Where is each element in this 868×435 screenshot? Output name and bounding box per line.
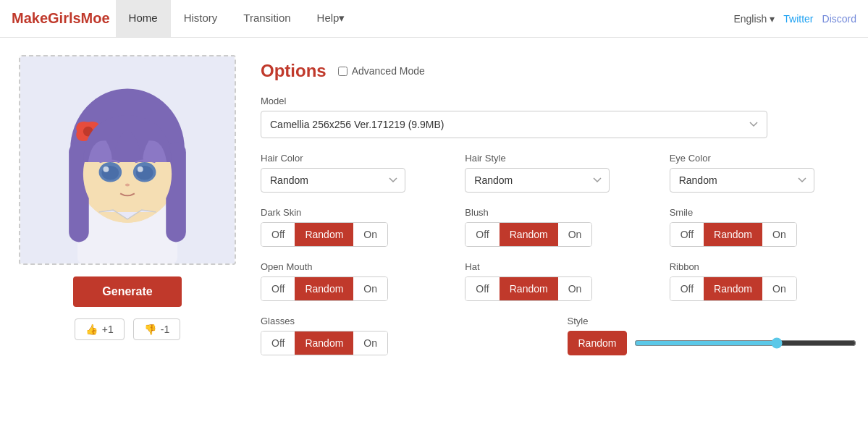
svg-point-15 xyxy=(103,166,109,172)
hair-style-field: Hair Style Random xyxy=(465,153,652,193)
dark-skin-label: Dark Skin xyxy=(261,207,447,218)
smile-off-btn[interactable]: Off xyxy=(670,223,704,246)
model-field: Model Camellia 256x256 Ver.171219 (9.9MB… xyxy=(261,96,856,138)
ribbon-off-btn[interactable]: Off xyxy=(670,277,704,300)
smile-toggle: Off Random On xyxy=(670,222,797,247)
glasses-toggle: Off Random On xyxy=(261,331,388,355)
dark-skin-random-btn[interactable]: Random xyxy=(295,223,353,246)
hair-style-dropdown-wrap: Random xyxy=(465,168,610,193)
style-row: Random xyxy=(568,331,857,355)
blush-random-btn[interactable]: Random xyxy=(500,223,558,246)
style-random-btn[interactable]: Random xyxy=(568,331,628,355)
language-selector[interactable]: English ▾ xyxy=(733,13,775,25)
dark-skin-on-btn[interactable]: On xyxy=(353,223,387,246)
hair-style-select[interactable]: Random xyxy=(465,168,610,193)
option-grid-top: Hair Color Random Hair Style Random Ey xyxy=(261,153,856,301)
blush-toggle: Off Random On xyxy=(465,222,592,247)
thumbs-down-label: -1 xyxy=(161,324,169,335)
model-select[interactable]: Camellia 256x256 Ver.171219 (9.9MB) xyxy=(261,111,767,138)
thumbs-up-icon: 👍 xyxy=(85,324,98,335)
hat-random-btn[interactable]: Random xyxy=(500,277,558,300)
generate-button[interactable]: Generate xyxy=(73,276,181,307)
tab-transition[interactable]: Transition xyxy=(230,0,303,37)
hat-field: Hat Off Random On xyxy=(465,261,652,301)
anime-image xyxy=(20,56,235,263)
style-slider[interactable] xyxy=(634,337,856,349)
eye-color-dropdown-wrap: Random xyxy=(670,168,814,193)
smile-label: Smile xyxy=(670,207,856,218)
language-label: English xyxy=(733,13,767,25)
image-preview xyxy=(19,55,236,265)
thumbs-down-icon: 👎 xyxy=(144,324,156,335)
ribbon-field: Ribbon Off Random On xyxy=(670,261,856,301)
nav-tabs: Home History Transition Help ▾ xyxy=(116,0,358,37)
dark-skin-field: Dark Skin Off Random On xyxy=(261,207,447,247)
twitter-link[interactable]: Twitter xyxy=(783,13,813,25)
glasses-off-btn[interactable]: Off xyxy=(261,331,295,355)
eye-color-select[interactable]: Random xyxy=(670,168,814,193)
hat-off-btn[interactable]: Off xyxy=(465,277,499,300)
navbar: MakeGirlsMoe Home History Transition Hel… xyxy=(0,0,868,38)
style-label: Style xyxy=(568,316,857,326)
right-panel: Options Advanced Mode Model Camellia 256… xyxy=(261,55,856,361)
chevron-down-icon: ▾ xyxy=(339,12,345,25)
tab-home[interactable]: Home xyxy=(116,0,171,37)
tab-help[interactable]: Help ▾ xyxy=(304,0,358,37)
smile-random-btn[interactable]: Random xyxy=(704,223,762,246)
options-header: Options Advanced Mode xyxy=(261,61,856,81)
svg-point-16 xyxy=(138,166,143,172)
open-mouth-toggle: Off Random On xyxy=(261,276,388,301)
blush-field: Blush Off Random On xyxy=(465,207,652,247)
open-mouth-on-btn[interactable]: On xyxy=(353,277,387,300)
brand-logo: MakeGirlsMoe xyxy=(12,10,110,27)
smile-field: Smile Off Random On xyxy=(670,207,856,247)
advanced-mode-checkbox[interactable] xyxy=(338,67,347,76)
hair-color-dropdown-wrap: Random xyxy=(261,168,405,193)
open-mouth-field: Open Mouth Off Random On xyxy=(261,261,447,301)
hat-toggle: Off Random On xyxy=(465,276,592,301)
thumbs-down-button[interactable]: 👎 -1 xyxy=(133,318,180,340)
svg-point-17 xyxy=(125,184,130,187)
ribbon-random-btn[interactable]: Random xyxy=(704,277,762,300)
advanced-mode-toggle[interactable]: Advanced Mode xyxy=(338,65,425,77)
options-title: Options xyxy=(261,61,326,81)
blush-off-btn[interactable]: Off xyxy=(465,223,499,246)
open-mouth-random-btn[interactable]: Random xyxy=(295,277,353,300)
advanced-mode-label: Advanced Mode xyxy=(352,65,425,77)
open-mouth-label: Open Mouth xyxy=(261,261,447,272)
eye-color-field: Eye Color Random xyxy=(670,153,856,193)
hat-label: Hat xyxy=(465,261,652,272)
left-panel: Generate 👍 +1 👎 -1 xyxy=(12,55,243,361)
hair-color-label: Hair Color xyxy=(261,153,447,164)
thumbs-up-label: +1 xyxy=(102,324,114,335)
nav-right: English ▾ Twitter Discord xyxy=(733,13,856,25)
dark-skin-toggle: Off Random On xyxy=(261,222,388,247)
style-field: Style Random xyxy=(568,316,857,355)
thumbs-up-button[interactable]: 👍 +1 xyxy=(75,318,125,340)
tab-history[interactable]: History xyxy=(171,0,231,37)
open-mouth-off-btn[interactable]: Off xyxy=(261,277,295,300)
glasses-label: Glasses xyxy=(261,316,550,326)
glasses-on-btn[interactable]: On xyxy=(353,331,387,355)
ribbon-label: Ribbon xyxy=(670,261,856,272)
blush-label: Blush xyxy=(465,207,652,218)
vote-row: 👍 +1 👎 -1 xyxy=(75,318,180,340)
hair-style-label: Hair Style xyxy=(465,153,652,164)
main-layout: Generate 👍 +1 👎 -1 Options Advanced Mode… xyxy=(0,38,868,379)
language-chevron-icon: ▾ xyxy=(770,13,775,25)
hair-color-field: Hair Color Random xyxy=(261,153,447,193)
smile-on-btn[interactable]: On xyxy=(762,223,796,246)
tab-help-label: Help xyxy=(317,12,340,24)
hair-color-select[interactable]: Random xyxy=(261,168,405,193)
discord-link[interactable]: Discord xyxy=(822,13,856,25)
hat-on-btn[interactable]: On xyxy=(558,277,592,300)
glasses-random-btn[interactable]: Random xyxy=(295,331,353,355)
glasses-field: Glasses Off Random On xyxy=(261,316,550,355)
ribbon-toggle: Off Random On xyxy=(670,276,797,301)
option-grid-bottom: Glasses Off Random On Style Random xyxy=(261,316,856,355)
blush-on-btn[interactable]: On xyxy=(558,223,592,246)
ribbon-on-btn[interactable]: On xyxy=(762,277,796,300)
eye-color-label: Eye Color xyxy=(670,153,856,164)
dark-skin-off-btn[interactable]: Off xyxy=(261,223,295,246)
model-label: Model xyxy=(261,96,856,106)
